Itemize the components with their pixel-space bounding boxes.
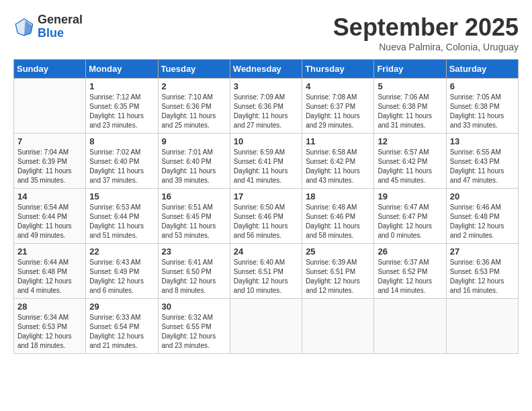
day-number: 1 <box>89 81 154 91</box>
day-number: 18 <box>306 191 370 201</box>
day-info: Sunrise: 7:01 AM Sunset: 6:40 PM Dayligh… <box>162 148 226 185</box>
calendar-cell: 26Sunrise: 6:37 AM Sunset: 6:52 PM Dayli… <box>374 244 446 299</box>
calendar-cell: 19Sunrise: 6:47 AM Sunset: 6:47 PM Dayli… <box>374 189 446 244</box>
day-info: Sunrise: 7:12 AM Sunset: 6:35 PM Dayligh… <box>89 93 154 130</box>
day-number: 21 <box>17 246 82 257</box>
calendar-cell: 24Sunrise: 6:40 AM Sunset: 6:51 PM Dayli… <box>230 244 302 299</box>
day-number: 26 <box>378 246 442 257</box>
day-number: 13 <box>450 136 515 146</box>
calendar-cell: 16Sunrise: 6:51 AM Sunset: 6:45 PM Dayli… <box>158 189 230 244</box>
day-info: Sunrise: 6:57 AM Sunset: 6:42 PM Dayligh… <box>378 148 442 185</box>
calendar-cell: 11Sunrise: 6:58 AM Sunset: 6:42 PM Dayli… <box>302 134 374 189</box>
calendar-cell: 2Sunrise: 7:10 AM Sunset: 6:36 PM Daylig… <box>158 79 230 134</box>
day-info: Sunrise: 6:39 AM Sunset: 6:51 PM Dayligh… <box>306 258 370 295</box>
day-number: 20 <box>450 191 515 201</box>
week-row-2: 7Sunrise: 7:04 AM Sunset: 6:39 PM Daylig… <box>14 134 519 189</box>
calendar-cell: 17Sunrise: 6:50 AM Sunset: 6:46 PM Dayli… <box>230 189 302 244</box>
day-info: Sunrise: 7:09 AM Sunset: 6:36 PM Dayligh… <box>234 93 298 130</box>
calendar-cell: 4Sunrise: 7:08 AM Sunset: 6:37 PM Daylig… <box>302 79 374 134</box>
calendar-cell: 23Sunrise: 6:41 AM Sunset: 6:50 PM Dayli… <box>158 244 230 299</box>
day-info: Sunrise: 7:06 AM Sunset: 6:38 PM Dayligh… <box>378 93 442 130</box>
location-subtitle: Nueva Palmira, Colonia, Uruguay <box>333 42 519 52</box>
day-header-thursday: Thursday <box>302 60 374 79</box>
day-number: 28 <box>17 302 82 312</box>
day-header-friday: Friday <box>374 60 446 79</box>
day-info: Sunrise: 6:40 AM Sunset: 6:51 PM Dayligh… <box>234 258 298 295</box>
calendar-cell: 30Sunrise: 6:32 AM Sunset: 6:55 PM Dayli… <box>158 299 230 354</box>
day-info: Sunrise: 6:37 AM Sunset: 6:52 PM Dayligh… <box>378 258 442 295</box>
day-number: 3 <box>234 81 298 91</box>
calendar-cell <box>374 299 446 354</box>
calendar-cell: 10Sunrise: 6:59 AM Sunset: 6:41 PM Dayli… <box>230 134 302 189</box>
day-number: 12 <box>378 136 442 146</box>
day-number: 5 <box>378 81 442 91</box>
day-info: Sunrise: 7:08 AM Sunset: 6:37 PM Dayligh… <box>306 93 370 130</box>
week-row-4: 21Sunrise: 6:44 AM Sunset: 6:48 PM Dayli… <box>14 244 519 299</box>
day-info: Sunrise: 6:55 AM Sunset: 6:43 PM Dayligh… <box>450 148 515 185</box>
day-header-wednesday: Wednesday <box>230 60 302 79</box>
logo-blue: Blue <box>38 27 83 40</box>
logo: General Blue <box>13 13 83 40</box>
logo-icon <box>13 16 35 38</box>
calendar-cell: 25Sunrise: 6:39 AM Sunset: 6:51 PM Dayli… <box>302 244 374 299</box>
day-number: 9 <box>162 136 226 146</box>
day-info: Sunrise: 6:43 AM Sunset: 6:49 PM Dayligh… <box>89 258 154 295</box>
day-number: 24 <box>234 246 298 257</box>
page-header: General Blue September 2025 Nueva Palmir… <box>13 13 519 52</box>
day-info: Sunrise: 6:36 AM Sunset: 6:53 PM Dayligh… <box>450 258 515 295</box>
logo-text: General Blue <box>38 13 83 40</box>
day-number: 30 <box>162 302 226 312</box>
day-info: Sunrise: 6:50 AM Sunset: 6:46 PM Dayligh… <box>234 203 298 240</box>
calendar-cell: 22Sunrise: 6:43 AM Sunset: 6:49 PM Dayli… <box>86 244 158 299</box>
calendar-cell: 9Sunrise: 7:01 AM Sunset: 6:40 PM Daylig… <box>158 134 230 189</box>
week-row-5: 28Sunrise: 6:34 AM Sunset: 6:53 PM Dayli… <box>14 299 519 354</box>
day-number: 8 <box>89 136 154 146</box>
month-title: September 2025 <box>333 13 519 42</box>
day-info: Sunrise: 6:41 AM Sunset: 6:50 PM Dayligh… <box>162 258 226 295</box>
day-number: 17 <box>234 191 298 201</box>
week-row-1: 1Sunrise: 7:12 AM Sunset: 6:35 PM Daylig… <box>14 79 519 134</box>
calendar-cell <box>230 299 302 354</box>
day-number: 14 <box>17 191 82 201</box>
day-number: 25 <box>306 246 370 257</box>
day-number: 15 <box>89 191 154 201</box>
calendar-table: SundayMondayTuesdayWednesdayThursdayFrid… <box>13 59 519 354</box>
day-info: Sunrise: 6:53 AM Sunset: 6:44 PM Dayligh… <box>89 203 154 240</box>
day-info: Sunrise: 6:54 AM Sunset: 6:44 PM Dayligh… <box>17 203 82 240</box>
day-header-sunday: Sunday <box>14 60 86 79</box>
day-number: 11 <box>306 136 370 146</box>
calendar-cell: 27Sunrise: 6:36 AM Sunset: 6:53 PM Dayli… <box>446 244 518 299</box>
day-number: 23 <box>162 246 226 257</box>
day-info: Sunrise: 6:59 AM Sunset: 6:41 PM Dayligh… <box>234 148 298 185</box>
day-number: 10 <box>234 136 298 146</box>
calendar-cell: 6Sunrise: 7:05 AM Sunset: 6:38 PM Daylig… <box>446 79 518 134</box>
day-header-saturday: Saturday <box>446 60 518 79</box>
day-number: 6 <box>450 81 515 91</box>
calendar-cell: 12Sunrise: 6:57 AM Sunset: 6:42 PM Dayli… <box>374 134 446 189</box>
calendar-cell: 21Sunrise: 6:44 AM Sunset: 6:48 PM Dayli… <box>14 244 86 299</box>
calendar-cell: 15Sunrise: 6:53 AM Sunset: 6:44 PM Dayli… <box>86 189 158 244</box>
day-number: 22 <box>89 246 154 257</box>
logo-general: General <box>38 13 83 27</box>
calendar-cell: 1Sunrise: 7:12 AM Sunset: 6:35 PM Daylig… <box>86 79 158 134</box>
day-number: 29 <box>89 302 154 312</box>
calendar-cell: 13Sunrise: 6:55 AM Sunset: 6:43 PM Dayli… <box>446 134 518 189</box>
day-header-tuesday: Tuesday <box>158 60 230 79</box>
day-info: Sunrise: 7:02 AM Sunset: 6:40 PM Dayligh… <box>89 148 154 185</box>
day-info: Sunrise: 7:10 AM Sunset: 6:36 PM Dayligh… <box>162 93 226 130</box>
day-number: 7 <box>17 136 82 146</box>
calendar-cell: 14Sunrise: 6:54 AM Sunset: 6:44 PM Dayli… <box>14 189 86 244</box>
calendar-cell: 18Sunrise: 6:48 AM Sunset: 6:46 PM Dayli… <box>302 189 374 244</box>
day-info: Sunrise: 6:34 AM Sunset: 6:53 PM Dayligh… <box>17 313 82 351</box>
day-info: Sunrise: 6:32 AM Sunset: 6:55 PM Dayligh… <box>162 313 226 351</box>
calendar-cell: 20Sunrise: 6:46 AM Sunset: 6:48 PM Dayli… <box>446 189 518 244</box>
calendar-cell <box>14 79 86 134</box>
day-number: 4 <box>306 81 370 91</box>
calendar-cell: 8Sunrise: 7:02 AM Sunset: 6:40 PM Daylig… <box>86 134 158 189</box>
day-number: 27 <box>450 246 515 257</box>
day-info: Sunrise: 6:46 AM Sunset: 6:48 PM Dayligh… <box>450 203 515 240</box>
day-header-monday: Monday <box>86 60 158 79</box>
calendar-cell: 5Sunrise: 7:06 AM Sunset: 6:38 PM Daylig… <box>374 79 446 134</box>
calendar-cell: 29Sunrise: 6:33 AM Sunset: 6:54 PM Dayli… <box>86 299 158 354</box>
day-info: Sunrise: 6:44 AM Sunset: 6:48 PM Dayligh… <box>17 258 82 295</box>
